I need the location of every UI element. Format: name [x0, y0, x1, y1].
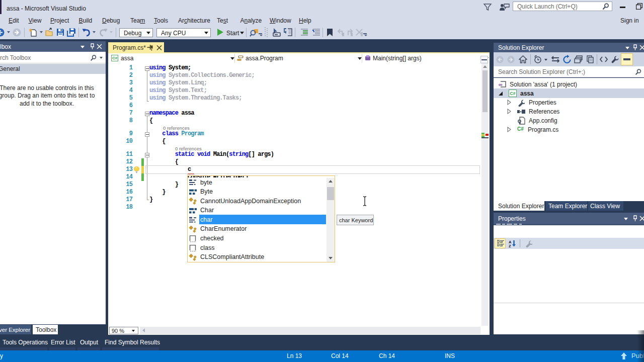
svg-text:Z: Z	[509, 244, 511, 248]
svg-text:∞: ∞	[499, 81, 503, 87]
